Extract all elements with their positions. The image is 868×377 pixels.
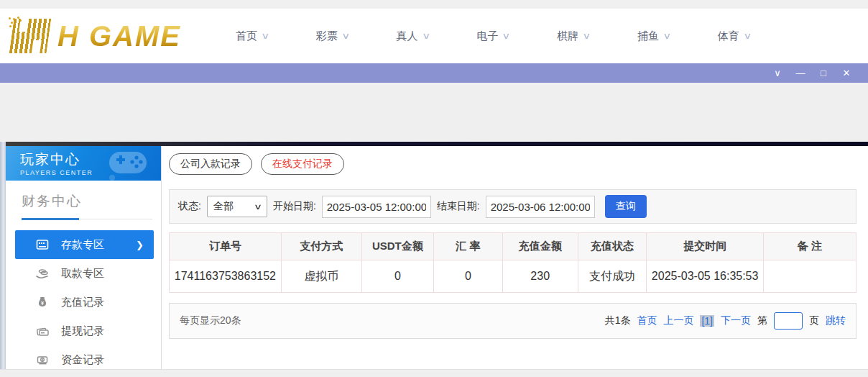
cell-exchange-rate: 0 — [434, 260, 503, 293]
site-header: H GAME 首页 ∨ 彩票 ∨ 真人 ∨ 电子 ∨ 棋牌 ∨ 捕鱼 ∨ 体育 … — [0, 9, 868, 63]
cell-usdt-amount: 0 — [361, 260, 433, 293]
chevron-down-icon: ∨ — [743, 31, 752, 41]
section-divider — [22, 218, 160, 220]
deposit-card-icon — [35, 237, 50, 252]
window-close-icon[interactable]: ✕ — [835, 63, 858, 83]
table-header-row: 订单号 支付方式 USDT金额 汇 率 充值金额 充值状态 提交时间 备 注 — [170, 233, 857, 260]
col-recharge-status: 充值状态 — [578, 233, 647, 260]
cell-recharge-status: 支付成功 — [578, 260, 647, 293]
sidebar-item-withdraw-zone[interactable]: 取款专区 — [15, 259, 154, 288]
sidebar-item-withdrawal-records[interactable]: 提现记录 — [15, 317, 154, 345]
hand-coins-icon — [35, 266, 50, 281]
status-label: 状态: — [178, 200, 201, 213]
status-select[interactable]: 全部 ∨ — [207, 196, 267, 217]
sidebar-item-label: 存款专区 — [61, 238, 104, 252]
chevron-down-icon: ∨ — [582, 31, 591, 41]
goto-page-button[interactable]: 跳转 — [826, 314, 846, 327]
sidebar-item-label: 资金记录 — [61, 353, 104, 367]
banknotes-icon: ¥ — [35, 353, 50, 367]
sidebar-item-funds-records[interactable]: ¥ 资金记录 — [15, 345, 154, 374]
start-date-label: 开始日期: — [273, 200, 316, 213]
chevron-down-icon: ∨ — [662, 31, 671, 41]
sidebar-item-label: 取款专区 — [61, 267, 104, 281]
window-minimize-icon[interactable]: — — [789, 63, 812, 83]
top-strip — [0, 0, 868, 9]
sidebar-banner: 玩家中心 PLAYERS CENTER — [6, 146, 161, 181]
chevron-down-icon: ∨ — [254, 202, 262, 212]
nav-item-lottery[interactable]: 彩票 ∨ — [316, 29, 349, 43]
goto-page-suffix: 页 — [809, 314, 819, 327]
current-page-indicator: [1] — [700, 315, 714, 327]
col-usdt-amount: USDT金额 — [361, 233, 433, 260]
chevron-down-icon: ∨ — [502, 31, 511, 41]
col-remark: 备 注 — [763, 233, 856, 260]
cell-order-id: 1741163753863152 — [170, 260, 282, 293]
sidebar: 玩家中心 PLAYERS CENTER 财务中心 存款专区 ❯ — [6, 146, 162, 369]
col-payment-method: 支付方式 — [281, 233, 361, 260]
spacer — [0, 83, 868, 142]
sidebar-item-label: 提现记录 — [61, 324, 104, 338]
money-bag-icon: ¥ — [35, 295, 50, 309]
start-date-input[interactable] — [322, 196, 431, 218]
logo-mark-icon — [7, 17, 53, 55]
chevron-down-icon: ∨ — [341, 31, 350, 41]
window-titlebar: ∨ — □ ✕ — [0, 63, 868, 83]
page-size-text: 每页显示20条 — [180, 314, 241, 327]
cell-remark — [763, 260, 856, 293]
total-count: 共1条 — [605, 314, 631, 327]
sidebar-section-title: 财务中心 — [6, 181, 161, 218]
nav-item-sports[interactable]: 体育 ∨ — [718, 29, 751, 43]
nav-item-cards[interactable]: 棋牌 ∨ — [557, 29, 590, 43]
col-order-id: 订单号 — [170, 233, 282, 260]
logo-text: H GAME — [57, 20, 181, 53]
end-date-label: 结束日期: — [437, 200, 480, 213]
status-select-value: 全部 — [213, 200, 234, 213]
col-submit-time: 提交时间 — [647, 233, 764, 260]
col-recharge-amount: 充值金额 — [502, 233, 578, 260]
col-exchange-rate: 汇 率 — [434, 233, 503, 260]
table-row: 1741163753863152 虚拟币 0 0 230 支付成功 2025-0… — [170, 260, 857, 293]
chevron-right-icon: ❯ — [136, 240, 144, 250]
nav-item-fishing[interactable]: 捕鱼 ∨ — [637, 29, 670, 43]
wallet-cards-icon — [35, 324, 50, 338]
pagination-bar: 每页显示20条 共1条 首页 上一页 [1] 下一页 第 页 跳转 — [169, 303, 857, 339]
prev-page-link[interactable]: 上一页 — [663, 314, 693, 327]
records-table: 订单号 支付方式 USDT金额 汇 率 充值金额 充值状态 提交时间 备 注 1… — [169, 232, 857, 293]
nav-item-home[interactable]: 首页 ∨ — [236, 29, 269, 43]
filter-bar: 状态: 全部 ∨ 开始日期: 结束日期: 查询 — [169, 189, 857, 224]
goto-page-input[interactable] — [774, 312, 803, 330]
sidebar-item-recharge-records[interactable]: ¥ 充值记录 — [15, 288, 154, 317]
gamepad-icon — [103, 147, 154, 181]
cell-submit-time: 2025-03-05 16:35:53 — [647, 260, 764, 293]
main-panel: 公司入款记录 在线支付记录 状态: 全部 ∨ 开始日期: 结束日期: 查询 订单… — [162, 146, 868, 369]
window-dropdown-icon[interactable]: ∨ — [766, 63, 789, 83]
sidebar-item-label: 充值记录 — [61, 296, 104, 309]
nav-item-slots[interactable]: 电子 ∨ — [476, 29, 509, 43]
window-maximize-icon[interactable]: □ — [812, 63, 835, 83]
first-page-link[interactable]: 首页 — [637, 314, 657, 327]
query-button[interactable]: 查询 — [605, 195, 647, 218]
record-tabs: 公司入款记录 在线支付记录 — [169, 153, 857, 175]
chevron-down-icon: ∨ — [422, 31, 430, 41]
tab-company-deposit-records[interactable]: 公司入款记录 — [169, 153, 252, 175]
tab-online-payment-records[interactable]: 在线支付记录 — [261, 153, 344, 175]
end-date-input[interactable] — [486, 196, 595, 218]
cell-recharge-amount: 230 — [502, 260, 578, 293]
nav-item-live[interactable]: 真人 ∨ — [397, 29, 430, 43]
next-page-link[interactable]: 下一页 — [721, 314, 751, 327]
logo[interactable]: H GAME — [7, 17, 201, 55]
cell-payment-method: 虚拟币 — [281, 260, 361, 293]
svg-text:¥: ¥ — [41, 301, 44, 306]
main-nav: 首页 ∨ 彩票 ∨ 真人 ∨ 电子 ∨ 棋牌 ∨ 捕鱼 ∨ 体育 ∨ — [236, 29, 751, 43]
left-edge-strip — [0, 142, 6, 369]
goto-page-prefix: 第 — [757, 314, 767, 327]
sidebar-item-deposit-zone[interactable]: 存款专区 ❯ — [15, 230, 154, 259]
chevron-down-icon: ∨ — [261, 31, 269, 41]
